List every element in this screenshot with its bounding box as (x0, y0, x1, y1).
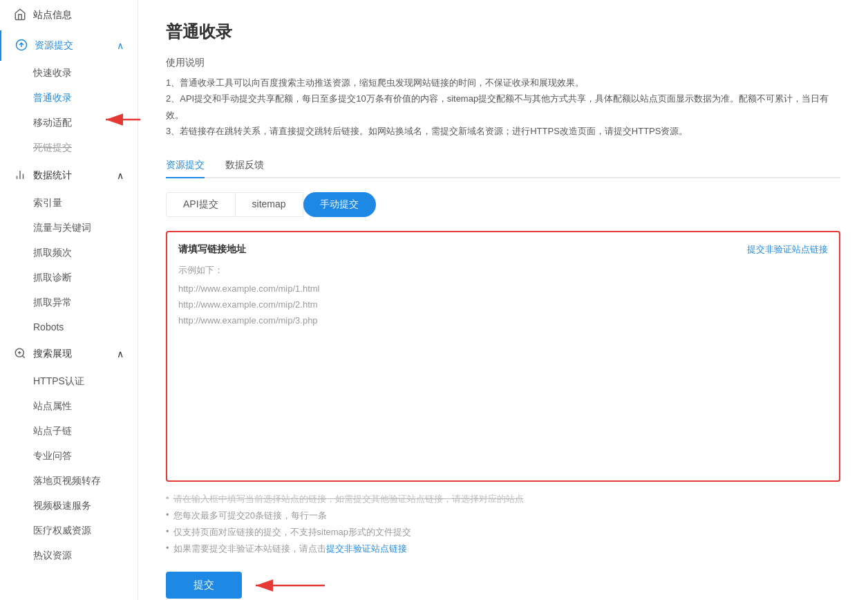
usage-item-1: 1、普通收录工具可以向百度搜索主动推送资源，缩短爬虫发现网站链接的时间，不保证收… (166, 75, 840, 91)
chevron-up-icon-3: ∧ (117, 348, 124, 359)
tip-item-1: 请在输入框中填写当前选择站点的链接，如需提交其他验证站点链接，请选择对应的站点 (166, 493, 840, 505)
example-url-1: http://www.example.com/mip/1.html (178, 281, 828, 297)
sidebar-item-mobile-adapt[interactable]: 移动适配 (0, 111, 138, 135)
tip-text-1: 请在输入框中填写当前选择站点的链接，如需提交其他验证站点链接，请选择对应的站点 (173, 493, 524, 505)
usage-title: 使用说明 (166, 57, 840, 69)
sidebar-item-hot-resource[interactable]: 热议资源 (0, 543, 138, 568)
data-stats-children: 索引量 流量与关键词 抓取频次 抓取诊断 抓取异常 Robots (0, 191, 138, 339)
sidebar-item-crawl-freq[interactable]: 抓取频次 (0, 241, 138, 265)
submit-button[interactable]: 提交 (166, 572, 242, 599)
submit-arrow-annotation (249, 572, 332, 599)
sidebar-item-normal-submit[interactable]: 普通收录 (0, 86, 138, 111)
sidebar-item-expert-qa[interactable]: 专业问答 (0, 444, 138, 469)
tips-section: 请在输入框中填写当前选择站点的链接，如需提交其他验证站点链接，请选择对应的站点 … (166, 493, 840, 555)
url-input[interactable] (178, 329, 828, 467)
submit-icon (15, 39, 29, 53)
tip-text-2: 您每次最多可提交20条链接，每行一条 (173, 509, 327, 522)
chevron-up-icon: ∧ (117, 40, 124, 51)
usage-section: 使用说明 1、普通收录工具可以向百度搜索主动推送资源，缩短爬虫发现网站链接的时间… (166, 57, 840, 140)
resource-submit-children: 快速收录 普通收录 移动适配 死链提交 (0, 61, 138, 160)
sidebar-item-medical-authority[interactable]: 医疗权威资源 (0, 518, 138, 543)
textarea-header: 请填写链接地址 提交非验证站点链接 (178, 243, 828, 256)
search-display-icon (14, 347, 28, 361)
tip-text-4: 如果需要提交非验证本站链接，请点击提交非验证站点链接 (173, 543, 407, 555)
sidebar-item-resource-submit-label: 资源提交 (35, 39, 73, 52)
textarea-section: 请填写链接地址 提交非验证站点链接 示例如下： http://www.examp… (166, 231, 840, 482)
page-title: 普通收录 (166, 21, 840, 43)
sidebar-item-dead-link[interactable]: 死链提交 (0, 135, 138, 160)
sub-tabs: API提交 sitemap 手动提交 (166, 192, 840, 217)
sidebar-item-search-display-label: 搜索展现 (33, 348, 72, 360)
example-url-2: http://www.example.com/mip/2.htm (178, 297, 828, 312)
sidebar-item-search-display[interactable]: 搜索展现 ∧ (0, 339, 138, 369)
sidebar-item-site-info[interactable]: 站点信息 (0, 0, 138, 30)
example-urls: http://www.example.com/mip/1.html http:/… (178, 281, 828, 329)
sidebar-item-data-stats[interactable]: 数据统计 ∧ (0, 160, 138, 191)
tab-resource-submit[interactable]: 资源提交 (166, 153, 205, 178)
usage-item-2: 2、API提交和手动提交共享配额，每日至多提交10万条有价值的内容，sitema… (166, 91, 840, 123)
home-icon (14, 8, 28, 22)
sidebar-item-data-stats-label: 数据统计 (33, 169, 72, 182)
sidebar-item-crawl-diagnose[interactable]: 抓取诊断 (0, 265, 138, 290)
tip-item-2: 您每次最多可提交20条链接，每行一条 (166, 509, 840, 522)
tip-submit-unverified-link[interactable]: 提交非验证站点链接 (326, 543, 407, 554)
textarea-hint: 示例如下： (178, 264, 828, 276)
sidebar-item-resource-submit[interactable]: 资源提交 ∧ (0, 30, 138, 61)
sub-tab-manual[interactable]: 手动提交 (303, 192, 376, 217)
main-content: 普通收录 使用说明 1、普通收录工具可以向百度搜索主动推送资源，缩短爬虫发现网站… (138, 0, 868, 600)
tip-text-3: 仅支持页面对应链接的提交，不支持sitemap形式的文件提交 (173, 526, 412, 538)
sidebar-item-https-cert[interactable]: HTTPS认证 (0, 369, 138, 394)
usage-item-3: 3、若链接存在跳转关系，请直接提交跳转后链接。如网站换域名，需提交新域名资源；进… (166, 123, 840, 139)
sub-tab-sitemap[interactable]: sitemap (236, 192, 303, 217)
submit-unverified-link[interactable]: 提交非验证站点链接 (747, 243, 828, 256)
sidebar-item-index-count[interactable]: 索引量 (0, 191, 138, 216)
sub-tab-api[interactable]: API提交 (166, 192, 236, 217)
tip-item-4: 如果需要提交非验证本站链接，请点击提交非验证站点链接 (166, 543, 840, 555)
sidebar-item-site-sublink[interactable]: 站点子链 (0, 419, 138, 444)
chevron-up-icon-2: ∧ (117, 170, 124, 181)
search-display-children: HTTPS认证 站点属性 站点子链 专业问答 落地页视频转存 视频极速服务 医疗… (0, 369, 138, 568)
sidebar-item-video-speed[interactable]: 视频极速服务 (0, 494, 138, 518)
sidebar-item-fast-submit[interactable]: 快速收录 (0, 61, 138, 86)
tip-item-3: 仅支持页面对应链接的提交，不支持sitemap形式的文件提交 (166, 526, 840, 538)
sidebar-item-site-attr[interactable]: 站点属性 (0, 394, 138, 419)
svg-line-5 (22, 355, 24, 357)
sidebar-item-crawl-anomaly[interactable]: 抓取异常 (0, 290, 138, 315)
sidebar: 站点信息 资源提交 ∧ 快速收录 普通收录 移动适配 死链提交 数据统计 ∧ 索… (0, 0, 138, 600)
submit-row: 提交 (166, 572, 840, 599)
textarea-title: 请填写链接地址 (178, 243, 246, 256)
sidebar-item-traffic-keyword[interactable]: 流量与关键词 (0, 216, 138, 241)
example-url-3: http://www.example.com/mip/3.php (178, 312, 828, 328)
sidebar-item-site-info-label: 站点信息 (33, 9, 72, 21)
sidebar-item-landing-video[interactable]: 落地页视频转存 (0, 469, 138, 494)
chart-icon (14, 169, 28, 182)
sidebar-item-robots[interactable]: Robots (0, 315, 138, 339)
tab-data-feedback[interactable]: 数据反馈 (225, 153, 264, 178)
main-tabs: 资源提交 数据反馈 (166, 153, 840, 178)
